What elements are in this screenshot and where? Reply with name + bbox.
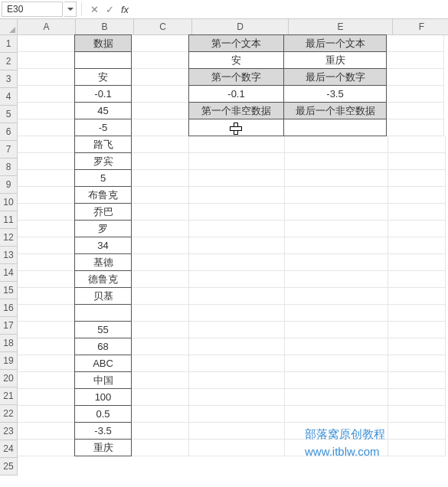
row-header-9[interactable]: 9 xyxy=(0,176,18,194)
column-header-C[interactable]: C xyxy=(134,19,192,35)
cell-D17[interactable] xyxy=(189,305,285,322)
cell-A16[interactable] xyxy=(18,288,75,305)
cell-F17[interactable] xyxy=(388,305,446,322)
cell-A21[interactable] xyxy=(18,372,75,389)
cell-F23[interactable] xyxy=(388,406,446,423)
cell-F2[interactable] xyxy=(387,52,444,69)
cell-B18[interactable]: 55 xyxy=(74,321,132,338)
cell-E2[interactable]: 重庆 xyxy=(283,51,387,69)
cell-A24[interactable] xyxy=(18,423,75,440)
row-header-15[interactable]: 15 xyxy=(0,282,18,299)
cell-D19[interactable] xyxy=(189,338,285,355)
cell-F10[interactable] xyxy=(388,187,446,204)
cell-A13[interactable] xyxy=(18,237,75,254)
row-header-24[interactable]: 24 xyxy=(0,440,18,458)
row-header-1[interactable]: 1 xyxy=(0,35,18,53)
cell-B11[interactable]: 乔巴 xyxy=(74,203,132,221)
cell-A12[interactable] xyxy=(18,221,75,237)
cell-A9[interactable] xyxy=(18,170,75,187)
row-header-18[interactable]: 18 xyxy=(0,335,18,352)
cell-F4[interactable] xyxy=(387,86,444,103)
cell-A11[interactable] xyxy=(18,204,75,221)
cell-C16[interactable] xyxy=(132,288,189,305)
cell-C22[interactable] xyxy=(132,389,189,406)
row-header-23[interactable]: 23 xyxy=(0,423,18,440)
cell-C15[interactable] xyxy=(132,271,189,288)
cell-A1[interactable] xyxy=(18,35,75,52)
column-header-E[interactable]: E xyxy=(289,19,393,35)
cell-F6[interactable] xyxy=(387,119,444,136)
formula-input[interactable] xyxy=(132,1,448,18)
cell-F15[interactable] xyxy=(388,271,446,288)
cell-B4[interactable]: -0.1 xyxy=(74,85,132,103)
row-header-17[interactable]: 17 xyxy=(0,317,18,335)
cell-E1[interactable]: 最后一个文本 xyxy=(283,34,387,52)
cell-F12[interactable] xyxy=(388,221,446,237)
cell-F21[interactable] xyxy=(388,372,446,389)
cell-A15[interactable] xyxy=(18,271,75,288)
name-box[interactable]: E30 xyxy=(2,2,63,17)
cell-B3[interactable]: 安 xyxy=(74,68,132,86)
cell-E20[interactable] xyxy=(285,355,388,372)
cell-E9[interactable] xyxy=(285,170,388,187)
cell-E14[interactable] xyxy=(285,254,388,271)
cell-F5[interactable] xyxy=(387,103,444,119)
cell-F13[interactable] xyxy=(388,237,446,254)
cell-B14[interactable]: 基德 xyxy=(74,253,132,271)
cell-A18[interactable] xyxy=(18,322,75,338)
cell-E18[interactable] xyxy=(285,322,388,338)
cell-D8[interactable] xyxy=(189,153,285,170)
cell-A10[interactable] xyxy=(18,187,75,204)
cell-D2[interactable]: 安 xyxy=(188,51,284,69)
cell-F14[interactable] xyxy=(388,254,446,271)
cell-A20[interactable] xyxy=(18,355,75,372)
row-header-13[interactable]: 13 xyxy=(0,247,18,264)
cell-E17[interactable] xyxy=(285,305,388,322)
cell-B24[interactable]: -3.5 xyxy=(74,422,132,440)
cell-B10[interactable]: 布鲁克 xyxy=(74,186,132,204)
cell-B12[interactable]: 罗 xyxy=(74,220,132,237)
cell-A17[interactable] xyxy=(18,305,75,322)
cell-E6[interactable] xyxy=(283,119,387,136)
row-header-5[interactable]: 5 xyxy=(0,106,18,123)
cell-D11[interactable] xyxy=(189,204,285,221)
cell-B13[interactable]: 34 xyxy=(74,237,132,254)
fx-button[interactable]: fx xyxy=(117,4,132,15)
select-all-corner[interactable] xyxy=(0,19,18,35)
cell-E4[interactable]: -3.5 xyxy=(283,85,387,103)
cell-F8[interactable] xyxy=(388,153,446,170)
row-header-14[interactable]: 14 xyxy=(0,264,18,282)
row-header-2[interactable]: 2 xyxy=(0,53,18,70)
cell-B5[interactable]: 45 xyxy=(74,102,132,119)
cell-D12[interactable] xyxy=(189,221,285,237)
cell-C12[interactable] xyxy=(132,221,189,237)
cell-A7[interactable] xyxy=(18,136,75,153)
cell-D13[interactable] xyxy=(189,237,285,254)
cell-A8[interactable] xyxy=(18,153,75,170)
cell-B25[interactable]: 重庆 xyxy=(74,439,132,456)
row-header-22[interactable]: 22 xyxy=(0,405,18,423)
cell-A4[interactable] xyxy=(18,86,75,103)
cell-F16[interactable] xyxy=(388,288,446,305)
column-header-D[interactable]: D xyxy=(192,19,289,35)
cell-F18[interactable] xyxy=(388,322,446,338)
row-header-12[interactable]: 12 xyxy=(0,229,18,247)
cell-A5[interactable] xyxy=(18,103,75,119)
cell-D22[interactable] xyxy=(189,389,285,406)
cell-C18[interactable] xyxy=(132,322,189,338)
cell-D23[interactable] xyxy=(189,406,285,423)
cell-C1[interactable] xyxy=(132,35,189,52)
cell-D25[interactable] xyxy=(189,440,285,456)
cell-D1[interactable]: 第一个文本 xyxy=(188,34,284,52)
cell-D4[interactable]: -0.1 xyxy=(188,85,284,103)
row-header-16[interactable]: 16 xyxy=(0,299,18,317)
cell-C2[interactable] xyxy=(132,52,189,69)
cell-F9[interactable] xyxy=(388,170,446,187)
column-header-A[interactable]: A xyxy=(18,19,76,35)
cell-C13[interactable] xyxy=(132,237,189,254)
cell-E23[interactable] xyxy=(285,406,388,423)
cell-E16[interactable] xyxy=(285,288,388,305)
row-header-8[interactable]: 8 xyxy=(0,159,18,176)
cell-A23[interactable] xyxy=(18,406,75,423)
cell-F11[interactable] xyxy=(388,204,446,221)
